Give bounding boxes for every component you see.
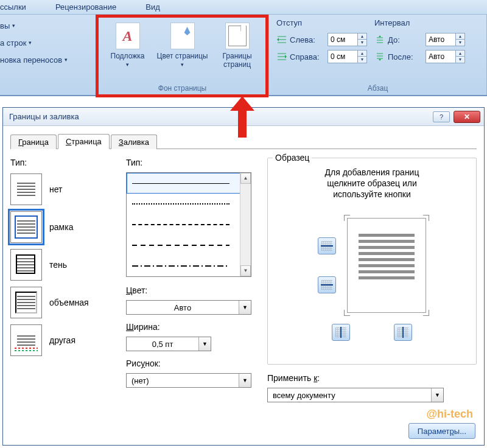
indent-left-row: Слева: 0 см ▲▼ — [276, 33, 367, 46]
page-color-button[interactable]: Цвет страницы ▾ — [156, 21, 209, 71]
close-button[interactable]: ✕ — [454, 111, 480, 123]
style-dotted[interactable] — [127, 194, 251, 214]
ribbon-group-page-background: Подложка ▾ Цвет страницы ▾ Границы стран… — [96, 15, 269, 95]
dropdown-icon[interactable]: ▼ — [431, 388, 443, 402]
setting-custom[interactable]: другая — [10, 324, 117, 356]
ribbon: вы▾ а строк▾ новка переносов▾ Подложка ▾ — [0, 15, 487, 96]
color-combo[interactable]: Авто ▼ — [126, 300, 251, 315]
spacing-before-icon — [374, 35, 385, 44]
spacing-before-spinner[interactable]: Авто ▲▼ — [426, 33, 465, 46]
style-listbox[interactable]: ▲ ▼ — [126, 172, 251, 277]
width-combo[interactable]: 0,5 пт ▼ — [126, 337, 211, 351]
ribbon-tab-view[interactable]: Вид — [145, 2, 160, 12]
preview-page[interactable] — [347, 218, 426, 313]
trunc-row-2[interactable]: а строк▾ — [0, 34, 92, 51]
dropdown-icon: ▾ — [102, 60, 154, 69]
style-solid[interactable] — [127, 173, 251, 194]
spinner-up-icon[interactable]: ▲ — [358, 33, 366, 40]
watermark-icon — [116, 23, 140, 49]
color-label: Цвет: — [126, 285, 259, 295]
ribbon-group-truncated: вы▾ а строк▾ новка переносов▾ — [0, 15, 96, 95]
spacing-after-icon — [374, 52, 385, 61]
spacing-after-row: После: Авто ▲▼ — [374, 50, 465, 63]
style-label: Тип: — [126, 158, 259, 167]
ribbon-tab-references[interactable]: ссылки — [0, 2, 26, 12]
help-button[interactable]: ? — [433, 111, 450, 122]
edge-bottom-button[interactable] — [318, 276, 336, 293]
page-borders-button[interactable]: Границы страниц — [211, 21, 264, 71]
tab-page[interactable]: Страница — [58, 134, 110, 149]
width-label: Ширина: — [126, 322, 259, 332]
setting-none[interactable]: нет — [10, 173, 117, 205]
borders-shading-dialog: Границы и заливка ? ✕ Граница Страница З… — [2, 107, 485, 446]
spacing-before-row: До: Авто ▲▼ — [374, 33, 465, 46]
spinner-up-icon[interactable]: ▲ — [456, 33, 464, 40]
watermark-text: @hi-tech — [426, 408, 473, 421]
setting-column: Тип: нет рамка тень объемная — [10, 158, 117, 410]
dropdown-icon[interactable]: ▼ — [198, 337, 211, 351]
trunc-row-3[interactable]: новка переносов▾ — [0, 51, 92, 68]
scroll-down-icon[interactable]: ▼ — [240, 265, 251, 276]
page-color-icon — [170, 23, 195, 49]
group-label-paragraph: Абзац — [273, 83, 483, 95]
scroll-up-icon[interactable]: ▲ — [240, 173, 251, 184]
trunc-row-1[interactable]: вы▾ — [0, 17, 92, 34]
tab-border[interactable]: Граница — [10, 135, 57, 149]
setting-label: Тип: — [10, 158, 117, 167]
spinner-up-icon[interactable]: ▲ — [358, 51, 366, 57]
apply-to-combo[interactable]: всему документу ▼ — [267, 388, 444, 402]
watermark-button[interactable]: Подложка ▾ — [101, 21, 155, 71]
indent-left-spinner[interactable]: 0 см ▲▼ — [328, 33, 367, 46]
dialog-tabs: Граница Страница Заливка — [10, 132, 477, 149]
spacing-title: Интервал — [374, 18, 465, 27]
dropdown-icon: ▾ — [156, 60, 209, 69]
spinner-down-icon[interactable]: ▼ — [358, 57, 366, 63]
options-button[interactable]: Параметры... — [408, 423, 475, 439]
setting-3d[interactable]: объемная — [10, 287, 117, 318]
style-dashed-fine[interactable] — [127, 214, 251, 235]
dropdown-icon: ▾ — [12, 23, 15, 29]
style-dash-dot[interactable] — [127, 256, 251, 276]
ribbon-tab-review[interactable]: Рецензирование — [55, 2, 116, 12]
style-scrollbar[interactable]: ▲ ▼ — [240, 173, 251, 276]
dropdown-icon: ▾ — [65, 57, 68, 63]
preview-column: Образец Для добавления границ щелкните о… — [267, 158, 477, 410]
preview-hint: Для добавления границ щелкните образец и… — [274, 167, 470, 200]
setting-shadow[interactable]: тень — [10, 249, 117, 281]
art-label: Рисунок: — [126, 359, 259, 368]
edge-top-button[interactable] — [318, 237, 336, 254]
spinner-down-icon[interactable]: ▼ — [358, 40, 366, 46]
indent-right-icon — [276, 52, 287, 61]
ribbon-group-paragraph: Отступ Слева: 0 см ▲▼ Справа: 0 см ▲▼ — [269, 15, 487, 95]
indent-right-spinner[interactable]: 0 см ▲▼ — [328, 50, 367, 63]
group-label — [0, 83, 92, 95]
dropdown-icon[interactable]: ▼ — [239, 301, 251, 314]
page-borders-icon — [225, 23, 250, 49]
edge-right-button[interactable] — [394, 324, 412, 341]
apply-label: Применить к: — [267, 373, 477, 383]
spinner-up-icon[interactable]: ▲ — [456, 51, 464, 57]
setting-box[interactable]: рамка — [10, 211, 117, 243]
group-label-page-background: Фон страницы — [100, 83, 265, 95]
preview-legend: Образец — [273, 153, 312, 163]
ribbon-tabs: ссылки Рецензирование Вид — [0, 0, 487, 15]
edge-left-button[interactable] — [332, 324, 350, 341]
art-combo[interactable]: (нет) ▼ — [126, 373, 251, 388]
indent-right-row: Справа: 0 см ▲▼ — [276, 50, 367, 63]
indent-title: Отступ — [276, 18, 367, 27]
spacing-after-spinner[interactable]: Авто ▲▼ — [426, 50, 465, 63]
preview-fieldset: Образец Для добавления границ щелкните о… — [267, 158, 477, 365]
indent-left-icon — [276, 35, 287, 44]
dropdown-icon[interactable]: ▼ — [239, 374, 251, 387]
style-dashed[interactable] — [127, 235, 251, 256]
style-column: Тип: ▲ ▼ Цвет: Авто ▼ — [126, 158, 259, 410]
tab-shading[interactable]: Заливка — [111, 135, 157, 149]
dialog-title: Границы и заливка — [9, 112, 79, 121]
dropdown-icon: ▾ — [29, 40, 32, 46]
spinner-down-icon[interactable]: ▼ — [456, 57, 464, 63]
dialog-titlebar[interactable]: Границы и заливка ? ✕ — [3, 108, 484, 126]
spinner-down-icon[interactable]: ▼ — [456, 40, 464, 46]
